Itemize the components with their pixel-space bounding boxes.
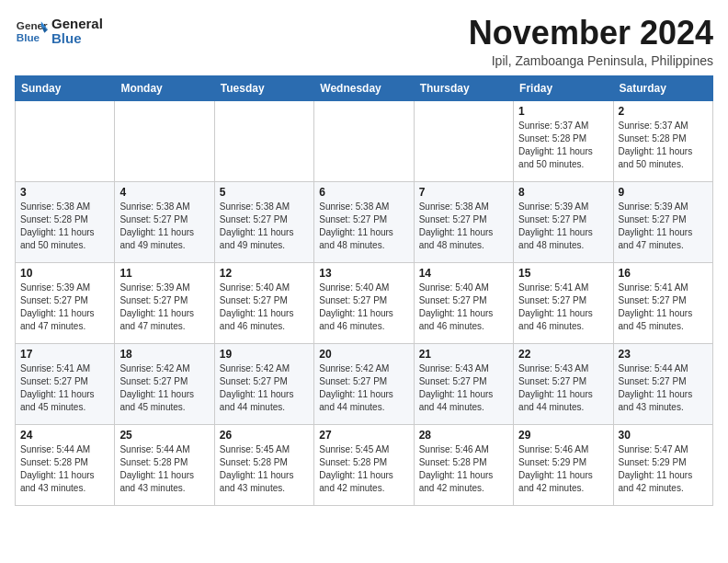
weekday-header-monday: Monday	[115, 75, 214, 100]
calendar-cell: 26Sunrise: 5:45 AM Sunset: 5:28 PM Dayli…	[214, 424, 313, 505]
calendar-cell: 3Sunrise: 5:38 AM Sunset: 5:28 PM Daylig…	[16, 181, 115, 262]
calendar-cell: 19Sunrise: 5:42 AM Sunset: 5:27 PM Dayli…	[214, 343, 313, 424]
day-info: Sunrise: 5:46 AM Sunset: 5:28 PM Dayligh…	[419, 443, 508, 495]
calendar-header-row: SundayMondayTuesdayWednesdayThursdayFrid…	[16, 75, 713, 100]
calendar-cell: 28Sunrise: 5:46 AM Sunset: 5:28 PM Dayli…	[414, 424, 513, 505]
day-info: Sunrise: 5:42 AM Sunset: 5:27 PM Dayligh…	[319, 362, 408, 414]
calendar-week-3: 10Sunrise: 5:39 AM Sunset: 5:27 PM Dayli…	[16, 262, 713, 343]
day-info: Sunrise: 5:40 AM Sunset: 5:27 PM Dayligh…	[319, 282, 408, 333]
day-number: 25	[119, 429, 209, 442]
calendar-cell: 22Sunrise: 5:43 AM Sunset: 5:27 PM Dayli…	[514, 343, 613, 424]
day-info: Sunrise: 5:38 AM Sunset: 5:27 PM Dayligh…	[220, 201, 309, 252]
weekday-header-thursday: Thursday	[414, 75, 513, 100]
day-info: Sunrise: 5:41 AM Sunset: 5:27 PM Dayligh…	[20, 362, 109, 414]
day-info: Sunrise: 5:39 AM Sunset: 5:27 PM Dayligh…	[518, 201, 608, 252]
day-info: Sunrise: 5:38 AM Sunset: 5:27 PM Dayligh…	[119, 201, 209, 252]
calendar-cell: 29Sunrise: 5:46 AM Sunset: 5:29 PM Dayli…	[514, 424, 613, 505]
day-number: 1	[518, 105, 608, 118]
title-area: November 2024 Ipil, Zamboanga Peninsula,…	[469, 15, 713, 68]
calendar-cell: 25Sunrise: 5:44 AM Sunset: 5:28 PM Dayli…	[115, 424, 214, 505]
calendar-cell: 12Sunrise: 5:40 AM Sunset: 5:27 PM Dayli…	[214, 262, 313, 343]
day-number: 21	[419, 348, 508, 361]
calendar-cell: 27Sunrise: 5:45 AM Sunset: 5:28 PM Dayli…	[314, 424, 414, 505]
calendar-cell: 8Sunrise: 5:39 AM Sunset: 5:27 PM Daylig…	[514, 181, 613, 262]
day-info: Sunrise: 5:47 AM Sunset: 5:29 PM Dayligh…	[619, 443, 708, 495]
page-header: General Blue General Blue November 2024 …	[15, 15, 713, 68]
calendar-cell: 17Sunrise: 5:41 AM Sunset: 5:27 PM Dayli…	[16, 343, 115, 424]
calendar-cell	[414, 100, 513, 181]
day-info: Sunrise: 5:38 AM Sunset: 5:28 PM Dayligh…	[20, 201, 109, 252]
day-number: 11	[119, 267, 209, 280]
day-info: Sunrise: 5:43 AM Sunset: 5:27 PM Dayligh…	[518, 362, 608, 414]
day-number: 7	[419, 186, 508, 199]
day-info: Sunrise: 5:45 AM Sunset: 5:28 PM Dayligh…	[319, 443, 408, 495]
day-info: Sunrise: 5:37 AM Sunset: 5:28 PM Dayligh…	[518, 120, 608, 171]
day-info: Sunrise: 5:44 AM Sunset: 5:28 PM Dayligh…	[20, 443, 109, 495]
day-number: 5	[220, 186, 309, 199]
day-number: 19	[220, 348, 309, 361]
logo-name-line2: Blue	[51, 31, 103, 47]
day-number: 15	[518, 267, 608, 280]
day-number: 29	[518, 429, 608, 442]
calendar-cell: 16Sunrise: 5:41 AM Sunset: 5:27 PM Dayli…	[613, 262, 712, 343]
day-number: 24	[20, 429, 109, 442]
day-info: Sunrise: 5:40 AM Sunset: 5:27 PM Dayligh…	[419, 282, 508, 333]
day-number: 27	[319, 429, 408, 442]
day-info: Sunrise: 5:43 AM Sunset: 5:27 PM Dayligh…	[419, 362, 508, 414]
calendar-cell: 1Sunrise: 5:37 AM Sunset: 5:28 PM Daylig…	[514, 100, 613, 181]
day-number: 13	[319, 267, 408, 280]
day-number: 2	[619, 105, 708, 118]
calendar-cell: 21Sunrise: 5:43 AM Sunset: 5:27 PM Dayli…	[414, 343, 513, 424]
calendar-cell: 18Sunrise: 5:42 AM Sunset: 5:27 PM Dayli…	[115, 343, 214, 424]
calendar-cell	[214, 100, 313, 181]
calendar-week-5: 24Sunrise: 5:44 AM Sunset: 5:28 PM Dayli…	[16, 424, 713, 505]
logo-icon: General Blue	[15, 15, 48, 48]
day-number: 3	[20, 186, 109, 199]
calendar-cell: 30Sunrise: 5:47 AM Sunset: 5:29 PM Dayli…	[613, 424, 712, 505]
calendar-cell: 10Sunrise: 5:39 AM Sunset: 5:27 PM Dayli…	[16, 262, 115, 343]
calendar-cell	[115, 100, 214, 181]
day-info: Sunrise: 5:39 AM Sunset: 5:27 PM Dayligh…	[619, 201, 708, 252]
day-info: Sunrise: 5:44 AM Sunset: 5:27 PM Dayligh…	[619, 362, 708, 414]
calendar-cell: 9Sunrise: 5:39 AM Sunset: 5:27 PM Daylig…	[613, 181, 712, 262]
day-number: 4	[119, 186, 209, 199]
calendar-cell: 11Sunrise: 5:39 AM Sunset: 5:27 PM Dayli…	[115, 262, 214, 343]
day-number: 26	[220, 429, 309, 442]
month-title: November 2024	[469, 15, 713, 52]
day-number: 22	[518, 348, 608, 361]
day-number: 8	[518, 186, 608, 199]
calendar-cell	[16, 100, 115, 181]
calendar-cell: 15Sunrise: 5:41 AM Sunset: 5:27 PM Dayli…	[514, 262, 613, 343]
day-number: 6	[319, 186, 408, 199]
calendar-week-1: 1Sunrise: 5:37 AM Sunset: 5:28 PM Daylig…	[16, 100, 713, 181]
logo-name-line1: General	[51, 17, 103, 32]
calendar-cell: 2Sunrise: 5:37 AM Sunset: 5:28 PM Daylig…	[613, 100, 712, 181]
day-info: Sunrise: 5:41 AM Sunset: 5:27 PM Dayligh…	[518, 282, 608, 333]
day-number: 20	[319, 348, 408, 361]
calendar-cell	[314, 100, 414, 181]
day-number: 12	[220, 267, 309, 280]
day-number: 9	[619, 186, 708, 199]
day-number: 28	[419, 429, 508, 442]
weekday-header-saturday: Saturday	[613, 75, 712, 100]
calendar-cell: 14Sunrise: 5:40 AM Sunset: 5:27 PM Dayli…	[414, 262, 513, 343]
day-number: 30	[619, 429, 708, 442]
weekday-header-sunday: Sunday	[16, 75, 115, 100]
day-number: 18	[119, 348, 209, 361]
day-info: Sunrise: 5:44 AM Sunset: 5:28 PM Dayligh…	[119, 443, 209, 495]
day-info: Sunrise: 5:38 AM Sunset: 5:27 PM Dayligh…	[319, 201, 408, 252]
calendar-cell: 5Sunrise: 5:38 AM Sunset: 5:27 PM Daylig…	[214, 181, 313, 262]
calendar-cell: 6Sunrise: 5:38 AM Sunset: 5:27 PM Daylig…	[314, 181, 414, 262]
weekday-header-friday: Friday	[514, 75, 613, 100]
day-number: 16	[619, 267, 708, 280]
day-number: 10	[20, 267, 109, 280]
day-number: 23	[619, 348, 708, 361]
calendar-body: 1Sunrise: 5:37 AM Sunset: 5:28 PM Daylig…	[16, 100, 713, 505]
calendar-cell: 7Sunrise: 5:38 AM Sunset: 5:27 PM Daylig…	[414, 181, 513, 262]
weekday-header-wednesday: Wednesday	[314, 75, 414, 100]
day-info: Sunrise: 5:42 AM Sunset: 5:27 PM Dayligh…	[119, 362, 209, 414]
calendar-cell: 4Sunrise: 5:38 AM Sunset: 5:27 PM Daylig…	[115, 181, 214, 262]
day-info: Sunrise: 5:38 AM Sunset: 5:27 PM Dayligh…	[419, 201, 508, 252]
day-info: Sunrise: 5:39 AM Sunset: 5:27 PM Dayligh…	[20, 282, 109, 333]
day-info: Sunrise: 5:41 AM Sunset: 5:27 PM Dayligh…	[619, 282, 708, 333]
